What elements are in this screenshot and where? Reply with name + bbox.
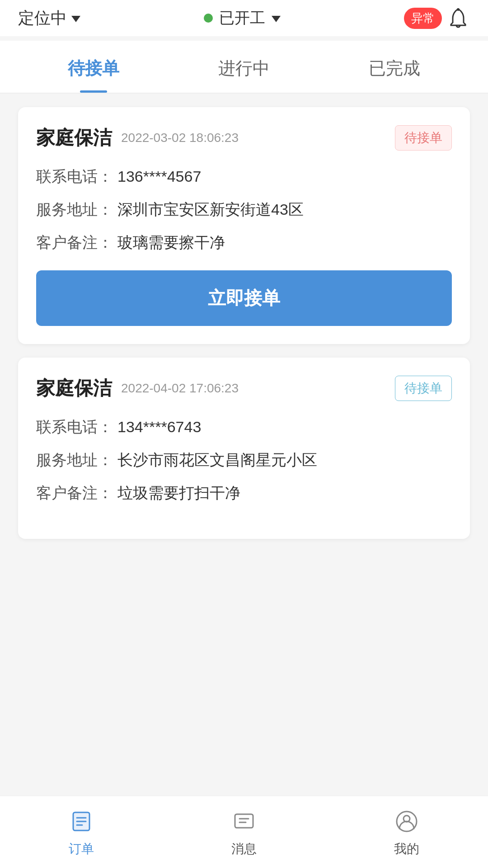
order-phone-row-1: 联系电话： 136****4567 [36,165,452,188]
abnormal-badge[interactable]: 异常 [404,8,442,29]
order-time-2: 2022-04-02 17:06:23 [121,381,239,396]
order-title-2: 家庭保洁 [36,376,112,401]
location-button[interactable]: 定位中 [18,7,80,29]
orders-list: 家庭保洁 2022-03-02 18:06:23 待接单 联系电话： 136**… [0,94,488,552]
nav-item-messages[interactable]: 消息 [163,807,325,858]
order-remark-row-2: 客户备注： 垃圾需要打扫干净 [36,481,452,505]
status-bar: 定位中 已开工 异常 [0,0,488,36]
location-arrow-icon [71,16,80,22]
svg-rect-5 [235,814,253,828]
bell-icon[interactable] [446,6,470,30]
order-header-2: 家庭保洁 2022-04-02 17:06:23 待接单 [36,376,452,401]
work-status[interactable]: 已开工 [204,8,281,28]
phone-label-1: 联系电话： [36,165,117,188]
order-card-2: 家庭保洁 2022-04-02 17:06:23 待接单 联系电话： 134**… [18,358,470,539]
address-value-2: 长沙市雨花区文昌阁星元小区 [117,448,317,472]
address-label-2: 服务地址： [36,448,117,472]
location-label: 定位中 [18,7,67,29]
phone-value-2: 134****6743 [117,415,201,439]
order-card-1: 家庭保洁 2022-03-02 18:06:23 待接单 联系电话： 136**… [18,107,470,344]
status-arrow-icon [272,16,281,22]
tab-ongoing[interactable]: 进行中 [169,41,319,93]
order-phone-row-2: 联系电话： 134****6743 [36,415,452,439]
bottom-nav: 订单 消息 我的 [0,796,488,868]
messages-icon [230,807,258,836]
svg-point-0 [457,8,460,11]
tabs-container: 待接单 进行中 已完成 [0,41,488,94]
remark-value-2: 垃圾需要打扫干净 [117,481,240,505]
tab-completed[interactable]: 已完成 [319,41,470,93]
order-info-2: 联系电话： 134****6743 服务地址： 长沙市雨花区文昌阁星元小区 客户… [36,415,452,505]
order-title-group-1: 家庭保洁 2022-03-02 18:06:23 [36,125,239,151]
remark-value-1: 玻璃需要擦干净 [117,231,225,254]
order-status-badge-2: 待接单 [395,376,452,401]
order-time-1: 2022-03-02 18:06:23 [121,131,239,145]
remark-label-1: 客户备注： [36,231,117,254]
order-address-row-2: 服务地址： 长沙市雨花区文昌阁星元小区 [36,448,452,472]
order-title-group-2: 家庭保洁 2022-04-02 17:06:23 [36,376,239,401]
nav-item-orders[interactable]: 订单 [0,807,163,858]
address-value-1: 深圳市宝安区新安街道43区 [117,198,304,221]
nav-label-mine: 我的 [394,840,419,858]
green-dot-icon [204,14,213,23]
remark-label-2: 客户备注： [36,481,117,505]
phone-label-2: 联系电话： [36,415,117,439]
tab-pending[interactable]: 待接单 [18,41,169,93]
order-title-1: 家庭保洁 [36,125,112,151]
work-status-label: 已开工 [219,8,265,28]
order-address-row-1: 服务地址： 深圳市宝安区新安街道43区 [36,198,452,221]
phone-value-1: 136****4567 [117,165,201,188]
accept-order-button-1[interactable]: 立即接单 [36,270,452,326]
mine-icon [392,807,421,836]
nav-label-orders: 订单 [69,840,94,858]
nav-label-messages: 消息 [231,840,257,858]
nav-item-mine[interactable]: 我的 [325,807,488,858]
orders-icon [67,807,96,836]
header-right: 异常 [404,6,470,30]
order-remark-row-1: 客户备注： 玻璃需要擦干净 [36,231,452,254]
order-info-1: 联系电话： 136****4567 服务地址： 深圳市宝安区新安街道43区 客户… [36,165,452,254]
order-header-1: 家庭保洁 2022-03-02 18:06:23 待接单 [36,125,452,151]
address-label-1: 服务地址： [36,198,117,221]
order-status-badge-1: 待接单 [395,125,452,151]
